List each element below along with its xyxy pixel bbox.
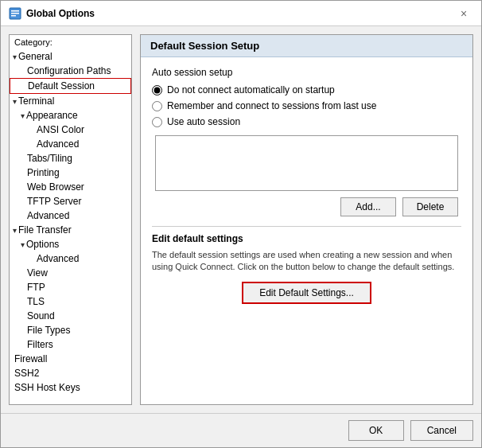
sidebar-item-ssh-host-keys[interactable]: SSH Host Keys bbox=[10, 380, 131, 395]
sidebar-item-label-options: Options bbox=[26, 239, 59, 250]
chevron-down-icon-file-transfer: ▾ bbox=[13, 226, 17, 235]
edit-default-settings-button[interactable]: Edit Default Settings... bbox=[242, 282, 371, 304]
edit-section-desc: The default session settings are used wh… bbox=[152, 249, 461, 274]
sidebar-item-ssh2[interactable]: SSH2 bbox=[10, 366, 131, 380]
svg-rect-3 bbox=[11, 15, 16, 17]
sidebar-item-sound[interactable]: Sound bbox=[10, 309, 131, 323]
sidebar-item-advanced-appearance[interactable]: Advanced bbox=[10, 137, 131, 151]
close-button[interactable]: × bbox=[454, 4, 473, 23]
auto-session-label: Auto session setup bbox=[152, 67, 461, 78]
sidebar-item-firewall[interactable]: Firewall bbox=[10, 352, 131, 366]
sidebar-item-printing[interactable]: Printing bbox=[10, 166, 131, 180]
sidebar-item-tftp-server[interactable]: TFTP Server bbox=[10, 194, 131, 208]
sidebar-item-ansi-color[interactable]: ANSI Color bbox=[10, 123, 131, 137]
svg-rect-2 bbox=[11, 13, 19, 14]
sidebar-item-label-terminal: Terminal bbox=[18, 95, 54, 107]
cancel-button[interactable]: Cancel bbox=[410, 420, 473, 441]
content-body: Auto session setup Do not connect automa… bbox=[141, 57, 472, 404]
ok-button[interactable]: OK bbox=[348, 420, 404, 441]
chevron-down-icon-options: ▾ bbox=[21, 240, 25, 249]
chevron-down-icon: ▾ bbox=[13, 53, 17, 61]
sidebar-item-filters[interactable]: Filters bbox=[10, 337, 131, 352]
radio-no-connect[interactable]: Do not connect automatically on startup bbox=[152, 84, 461, 95]
category-panel: Category: ▾ General Configuration Paths … bbox=[9, 34, 132, 405]
edit-section-title: Edit default settings bbox=[152, 233, 461, 244]
dialog-body: Category: ▾ General Configuration Paths … bbox=[1, 26, 481, 413]
radio-auto-session[interactable]: Use auto session bbox=[152, 116, 461, 127]
dialog-title: Global Options bbox=[26, 8, 95, 19]
add-button[interactable]: Add... bbox=[340, 197, 396, 216]
sidebar-item-view[interactable]: View bbox=[10, 266, 131, 280]
sidebar-item-label-appearance: Appearance bbox=[26, 110, 78, 121]
category-label: Category: bbox=[10, 35, 131, 49]
title-bar: Global Options × bbox=[1, 1, 481, 26]
sidebar-item-tabs-tiling[interactable]: Tabs/Tiling bbox=[10, 151, 131, 166]
sidebar-item-label-general: General bbox=[18, 51, 52, 62]
radio-remember[interactable]: Remember and connect to sessions from la… bbox=[152, 100, 461, 111]
sidebar-item-options[interactable]: ▾ Options bbox=[10, 237, 131, 251]
global-options-dialog: Global Options × Category: ▾ General Con… bbox=[0, 0, 482, 448]
session-list-box[interactable] bbox=[155, 135, 458, 191]
content-panel: Default Session Setup Auto session setup… bbox=[140, 34, 473, 405]
radio-remember-input[interactable] bbox=[152, 101, 162, 111]
delete-button[interactable]: Delete bbox=[402, 197, 458, 216]
radio-auto-session-input[interactable] bbox=[152, 117, 162, 127]
chevron-down-icon-appearance: ▾ bbox=[21, 111, 25, 120]
divider bbox=[152, 226, 461, 227]
sidebar-item-appearance[interactable]: ▾ Appearance bbox=[10, 108, 131, 123]
sidebar-item-advanced-options[interactable]: Advanced bbox=[10, 251, 131, 266]
sidebar-item-file-types[interactable]: File Types bbox=[10, 323, 131, 337]
radio-auto-session-label: Use auto session bbox=[167, 116, 240, 127]
radio-group: Do not connect automatically on startup … bbox=[152, 84, 461, 127]
title-bar-left: Global Options bbox=[9, 7, 95, 20]
chevron-down-icon-terminal: ▾ bbox=[13, 97, 17, 106]
radio-no-connect-input[interactable] bbox=[152, 85, 162, 95]
sidebar-item-configuration-paths[interactable]: Configuration Paths bbox=[10, 64, 131, 78]
sidebar-item-terminal[interactable]: ▾ Terminal bbox=[10, 94, 131, 108]
dialog-footer: OK Cancel bbox=[1, 413, 481, 447]
sidebar-item-tls[interactable]: TLS bbox=[10, 294, 131, 309]
sidebar-item-web-browser[interactable]: Web Browser bbox=[10, 180, 131, 194]
sidebar-item-file-transfer[interactable]: ▾ File Transfer bbox=[10, 223, 131, 237]
radio-remember-label: Remember and connect to sessions from la… bbox=[167, 100, 376, 111]
dialog-icon bbox=[9, 7, 21, 20]
svg-rect-1 bbox=[11, 10, 19, 12]
sidebar-item-label-file-transfer: File Transfer bbox=[18, 224, 72, 236]
sidebar-item-ftp[interactable]: FTP bbox=[10, 280, 131, 294]
sidebar-item-default-session[interactable]: Default Session bbox=[10, 78, 131, 94]
sidebar-item-advanced-terminal[interactable]: Advanced bbox=[10, 208, 131, 223]
add-delete-row: Add... Delete bbox=[152, 197, 461, 216]
content-header: Default Session Setup bbox=[141, 35, 472, 57]
radio-no-connect-label: Do not connect automatically on startup bbox=[167, 84, 335, 95]
sidebar-item-general[interactable]: ▾ General bbox=[10, 49, 131, 64]
